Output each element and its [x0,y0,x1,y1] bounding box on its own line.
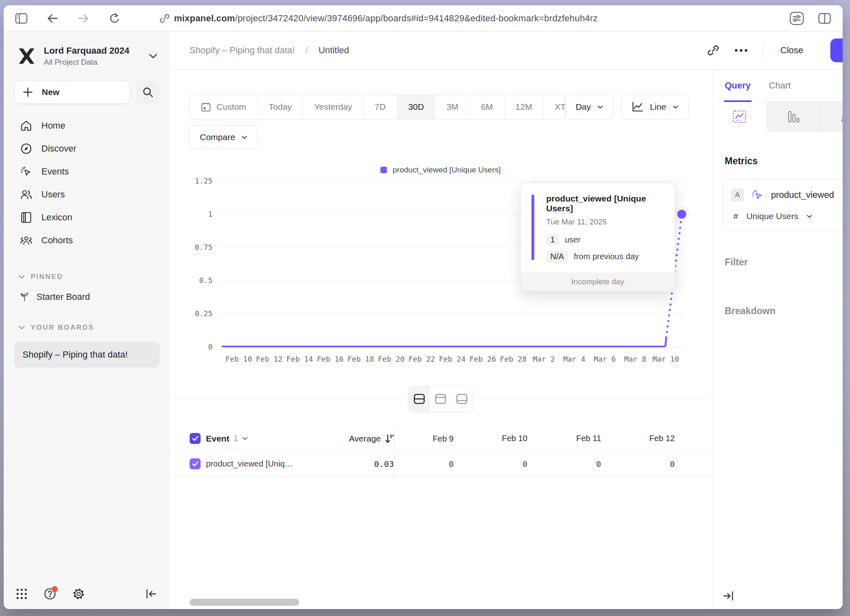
results-table: Event 1 Average Feb [169,426,712,477]
compare-button[interactable]: Compare [190,125,258,149]
range-6m[interactable]: 6M [470,95,504,119]
copy-link-icon[interactable] [707,44,719,57]
date-column-header[interactable]: Feb 9 [394,426,468,451]
average-column-header[interactable]: Average [349,434,381,444]
sidebar-divider [16,260,158,260]
y-tick: 0.5 [173,276,212,285]
hash-icon: # [733,211,738,221]
range-xtd[interactable]: XTD [544,95,565,119]
date-column-header[interactable]: Feb 10 [468,434,541,443]
reload-icon[interactable] [109,12,121,25]
close-button[interactable]: Close [778,41,806,60]
granularity-dropdown[interactable]: Day [565,94,613,120]
sidebar-item-lexicon[interactable]: Lexicon [14,206,160,229]
tooltip-value-badge: 1 [546,234,559,246]
browser-toolbar: mixpanel.com/project/3472420/view/397469… [4,5,843,32]
mixpanel-logo [18,47,36,65]
date-column-header[interactable]: Feb 12 [615,434,689,443]
viz-tab-line-active[interactable] [712,102,766,132]
settings-gear-icon[interactable] [72,588,85,600]
gridline [222,181,686,181]
url-path: /project/3472420/view/3974696/app/boards… [235,13,598,23]
sidebar-item-discover[interactable]: Discover [14,137,160,160]
layout-table-only-button[interactable] [451,386,472,412]
chevron-down-icon[interactable] [807,215,812,218]
metric-operator[interactable]: Unique Users [746,211,798,221]
sidebar-item-shopify-board[interactable]: Shopify – Piping that data! [14,342,160,368]
chevron-down-icon [18,275,25,279]
date-column-header[interactable]: Feb 11 [541,434,615,443]
sidebar-item-home[interactable]: Home [14,114,160,137]
sidebar-item-events[interactable]: Events [14,160,160,183]
cell-value: 0 [541,459,615,469]
new-button-label: New [42,87,59,97]
event-column-header[interactable]: Event [206,434,229,444]
layout-chart-only-button[interactable] [430,386,451,412]
row-checkbox[interactable] [190,458,201,469]
table-row[interactable]: product_viewed [Uniq… 0.03 0 0 0 0 [169,451,712,477]
range-7d[interactable]: 7D [364,95,397,119]
new-button[interactable]: New [14,81,130,104]
metric-card[interactable]: A product_viewed # Unique Users [722,179,843,231]
collapse-panel-icon[interactable] [723,591,734,601]
cell-value: 0 [394,451,468,477]
series-line[interactable] [222,346,665,347]
y-tick: 0.75 [173,243,212,251]
chevron-down-icon[interactable] [242,437,248,440]
your-boards-section-header[interactable]: YOUR BOARDS [14,319,160,336]
metric-event-name[interactable]: product_viewed [771,190,834,200]
browser-sidebar-toggle-icon[interactable] [15,12,27,25]
select-all-checkbox[interactable] [190,433,201,444]
x-tick: Feb 16 [317,355,344,363]
layout-split-button[interactable] [409,386,430,412]
sidebar-item-cohorts[interactable]: Cohorts [14,229,160,252]
pinned-section-header[interactable]: PINNED [14,269,160,285]
horizontal-scrollbar[interactable] [190,599,299,606]
line-chart-icon [632,102,643,112]
collapse-sidebar-icon[interactable] [146,589,156,599]
tab-query[interactable]: Query [725,70,751,101]
x-tick: Mar 6 [594,355,616,363]
range-12m[interactable]: 12M [504,95,544,119]
breadcrumb-board[interactable]: Shopify – Piping that data! [190,45,295,56]
chevron-down-icon [18,326,25,330]
viz-tab-funnels[interactable] [766,102,821,132]
range-today[interactable]: Today [258,95,303,119]
report-header: Shopify – Piping that data! / Untitled C… [169,32,843,70]
tooltip-series-color-bar [531,195,534,260]
range-3m[interactable]: 3M [435,95,470,119]
search-button[interactable] [136,81,160,104]
more-options-icon[interactable] [734,49,748,52]
help-icon[interactable] [44,588,56,600]
sort-icon[interactable] [385,434,394,444]
row-event-name: product_viewed [Uniq… [206,459,293,469]
browser-window: mixpanel.com/project/3472420/view/397469… [4,5,843,609]
sidebar-item-starter-board[interactable]: Starter Board [14,285,160,309]
save-button[interactable] [830,38,843,62]
data-point-marker[interactable] [675,208,688,221]
breadcrumb-page[interactable]: Untitled [319,45,349,56]
browser-extensions-icon[interactable] [789,11,804,25]
address-bar[interactable]: mixpanel.com/project/3472420/view/397469… [158,12,781,25]
sidebar-footer [4,579,169,609]
sidebar-item-users[interactable]: Users [14,183,160,206]
chart-type-dropdown[interactable]: Line [622,94,689,120]
viz-tab-flows[interactable] [821,102,843,132]
tab-chart[interactable]: Chart [769,70,791,101]
back-icon[interactable] [46,12,59,25]
y-tick: 1.25 [173,177,212,185]
sidebar: Lord Farquaad 2024 All Project Data New [4,32,169,609]
x-tick: Feb 18 [347,355,374,363]
range-yesterday[interactable]: Yesterday [303,95,364,119]
x-tick: Feb 10 [225,355,252,363]
check-icon [192,461,199,467]
range-30d[interactable]: 30D [397,95,436,119]
apps-grid-icon[interactable] [16,588,27,600]
workspace-switcher[interactable]: Lord Farquaad 2024 All Project Data [14,42,160,67]
tooltip-delta-label: from previous day [574,252,639,261]
browser-split-view-icon[interactable] [818,13,831,24]
home-icon [20,120,32,131]
range-custom[interactable]: Custom [190,95,258,119]
x-tick: Mar 4 [563,355,585,363]
forward-icon[interactable] [77,12,90,25]
